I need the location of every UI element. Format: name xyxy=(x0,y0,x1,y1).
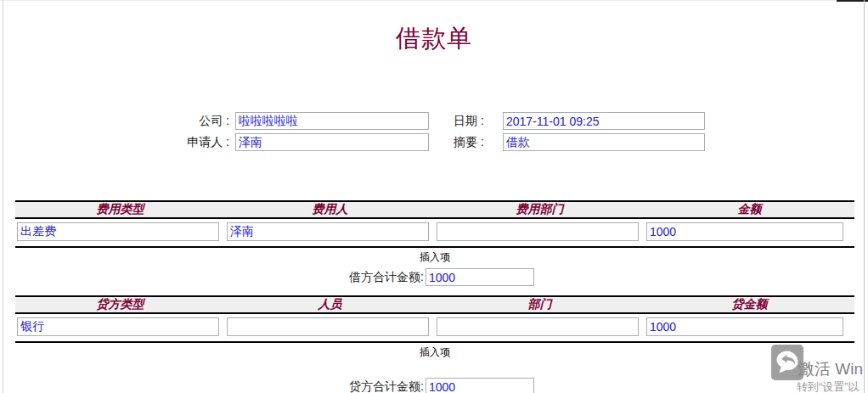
credit-table-section: 贷方类型 人员 部门 贷金额 插入项 贷方合计金额: xyxy=(15,295,854,393)
debit-header-expense-type: 费用类型 xyxy=(15,202,225,217)
credit-table-header: 贷方类型 人员 部门 贷金额 xyxy=(15,295,854,314)
debit-insert-item-link[interactable]: 插入项 xyxy=(15,248,854,265)
debit-expense-department-input[interactable] xyxy=(437,222,639,241)
activate-windows-watermark-line1: 激活 Win xyxy=(798,358,863,380)
window-right-edge xyxy=(864,0,865,393)
company-label: 公司 : xyxy=(0,114,229,129)
credit-header-credit-amount: 贷金额 xyxy=(645,297,854,312)
window-top-edge xyxy=(0,0,868,1)
summary-label: 摘要 : xyxy=(454,135,503,150)
debit-header-expense-department: 费用部门 xyxy=(435,202,645,217)
credit-total-row: 贷方合计金额: xyxy=(22,378,861,393)
page-title: 借款单 xyxy=(0,22,868,56)
credit-header-department: 部门 xyxy=(435,297,645,312)
debit-header-expense-person: 费用人 xyxy=(225,202,435,217)
credit-type-input[interactable] xyxy=(17,317,219,336)
applicant-input[interactable] xyxy=(235,133,429,151)
credit-header-person: 人员 xyxy=(225,297,435,312)
debit-total-input[interactable] xyxy=(426,268,534,286)
debit-total-row: 借方合计金额: xyxy=(22,268,861,286)
debit-table-row xyxy=(15,219,854,248)
activate-windows-watermark-line2: 转到“设置”以 xyxy=(797,379,860,393)
debit-expense-person-input[interactable] xyxy=(227,222,429,241)
credit-table-row xyxy=(15,314,854,343)
form-row-applicant-summary: 申请人 : 摘要 : xyxy=(0,133,868,151)
credit-total-input[interactable] xyxy=(426,378,534,393)
window-left-edge xyxy=(3,0,3,393)
debit-expense-type-input[interactable] xyxy=(17,222,219,241)
debit-table-header: 费用类型 费用人 费用部门 金额 xyxy=(15,200,854,219)
credit-amount-input[interactable] xyxy=(646,317,843,336)
credit-department-input[interactable] xyxy=(437,317,639,336)
debit-header-amount: 金额 xyxy=(645,202,854,217)
summary-input[interactable] xyxy=(503,133,705,151)
credit-header-credit-type: 贷方类型 xyxy=(15,297,225,312)
credit-insert-item-link[interactable]: 插入项 xyxy=(15,343,854,360)
debit-amount-input[interactable] xyxy=(646,222,843,241)
credit-person-input[interactable] xyxy=(227,317,429,336)
date-input[interactable] xyxy=(503,112,705,130)
date-label: 日期 : xyxy=(454,114,503,129)
debit-table-section: 费用类型 费用人 费用部门 金额 插入项 借方合计金额: xyxy=(15,200,854,286)
form-row-company-date: 公司 : 日期 : xyxy=(0,112,868,130)
company-input[interactable] xyxy=(235,112,429,130)
debit-total-label: 借方合计金额: xyxy=(349,270,424,285)
credit-total-label: 贷方合计金额: xyxy=(349,379,424,393)
applicant-label: 申请人 : xyxy=(0,135,229,150)
